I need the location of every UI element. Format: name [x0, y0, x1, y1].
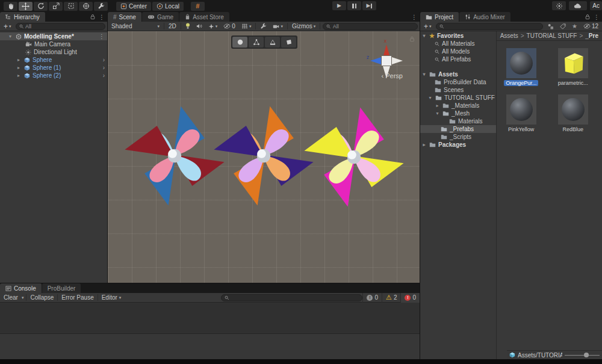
- tree-item-assets[interactable]: ▾ Assets: [420, 70, 496, 78]
- hand-tool-button[interactable]: [4, 2, 17, 11]
- pause-button[interactable]: [347, 1, 361, 10]
- error-filter-button[interactable]: ! 0: [400, 293, 420, 303]
- rect-tool-button[interactable]: [64, 2, 78, 11]
- pb-object-mode-button[interactable]: [232, 37, 247, 48]
- kebab-menu-icon[interactable]: ⋮: [594, 14, 600, 20]
- foldout-closed-icon[interactable]: ▸: [16, 57, 22, 63]
- pinwheel-orange-purple[interactable]: [212, 104, 315, 208]
- thumbnail-size-slider[interactable]: [565, 355, 600, 356]
- prefab-chevron-icon[interactable]: ›: [103, 64, 105, 71]
- hierarchy-item-sphere[interactable]: ▸ Sphere ›: [0, 56, 107, 64]
- tree-item-favorites[interactable]: ▾ ★ Favorites: [420, 32, 496, 40]
- activity-button[interactable]: [552, 1, 566, 10]
- kebab-menu-icon[interactable]: ⋮: [411, 14, 417, 20]
- foldout-open-icon[interactable]: ▾: [435, 111, 440, 116]
- 2d-toggle-button[interactable]: 2D: [167, 22, 178, 31]
- gizmo-z-axis-cone[interactable]: [370, 57, 381, 64]
- tree-item-prefabs-folder[interactable]: _Prefabs: [420, 125, 496, 133]
- tree-item-scenes[interactable]: Scenes: [420, 86, 496, 94]
- audio-toggle-button[interactable]: [194, 22, 204, 31]
- scene-search[interactable]: [323, 23, 418, 30]
- project-add-button[interactable]: + ▾: [422, 22, 433, 31]
- breadcrumb-assets[interactable]: Assets: [500, 32, 518, 39]
- perspective-toggle[interactable]: ‹ Persp: [382, 72, 403, 79]
- lock-icon[interactable]: [585, 14, 590, 20]
- hierarchy-add-button[interactable]: + ▾: [2, 22, 13, 31]
- tree-item-all-models[interactable]: All Models: [420, 48, 496, 55]
- pb-face-mode-button[interactable]: [281, 37, 296, 48]
- tree-item-packages[interactable]: ▸ Packages: [420, 141, 496, 149]
- hierarchy-scene-row[interactable]: ▾ Modelling Scene* ⋮: [0, 32, 107, 40]
- search-by-label-button[interactable]: [558, 22, 568, 31]
- tab-hierarchy[interactable]: Hierarchy: [0, 12, 46, 22]
- info-filter-button[interactable]: ! 0: [362, 293, 382, 303]
- console-detail-pane[interactable]: [0, 333, 420, 359]
- scene-tools-button[interactable]: [258, 22, 268, 31]
- tab-game[interactable]: Game: [142, 12, 179, 22]
- foldout-closed-icon[interactable]: ▸: [421, 142, 427, 147]
- tab-console[interactable]: Console: [0, 283, 42, 293]
- pb-edge-mode-button[interactable]: [265, 37, 280, 48]
- foldout-open-icon[interactable]: ▾: [421, 72, 427, 77]
- foldout-closed-icon[interactable]: ▸: [435, 103, 440, 108]
- foldout-closed-icon[interactable]: ▸: [16, 73, 22, 78]
- asset-item-orangepur[interactable]: OrangePur...: [503, 48, 540, 86]
- favorites-filter-button[interactable]: ★: [570, 22, 579, 31]
- gizmo-lock-icon[interactable]: [409, 36, 415, 42]
- prefab-chevron-icon[interactable]: ›: [103, 72, 105, 79]
- orientation-mode-button[interactable]: Local: [152, 2, 184, 11]
- asset-item-redblue[interactable]: RedBlue: [554, 94, 592, 132]
- grid-snap-button[interactable]: #: [191, 2, 205, 11]
- kebab-menu-icon[interactable]: ⋮: [99, 14, 105, 20]
- slider-knob[interactable]: [584, 353, 589, 357]
- search-by-type-button[interactable]: [545, 22, 556, 31]
- console-log-list[interactable]: [0, 303, 420, 333]
- gizmo-center-cube[interactable]: [382, 56, 391, 66]
- scale-tool-button[interactable]: [49, 2, 63, 11]
- hierarchy-search-input[interactable]: [25, 23, 102, 29]
- tab-project[interactable]: Project: [420, 12, 459, 22]
- foldout-open-icon[interactable]: ▾: [427, 95, 433, 100]
- console-search[interactable]: [221, 294, 362, 301]
- breadcrumb-tutorial-stuff[interactable]: TUTORIAL STUFF: [527, 32, 577, 39]
- rotate-tool-button[interactable]: [34, 2, 48, 11]
- tab-probuilder[interactable]: ProBuilder: [42, 283, 82, 293]
- project-search-input[interactable]: [445, 23, 539, 29]
- clear-dropdown-button[interactable]: ▾: [19, 293, 26, 303]
- foldout-open-icon[interactable]: ▾: [421, 33, 427, 39]
- tree-item-mesh-folder[interactable]: ▾ _Mesh: [420, 110, 496, 117]
- prefab-chevron-icon[interactable]: ›: [103, 57, 105, 63]
- transform-tool-button[interactable]: [79, 2, 93, 11]
- scene-kebab-icon[interactable]: ⋮: [99, 33, 105, 40]
- pinwheel-red-blue[interactable]: [123, 104, 226, 208]
- warning-filter-button[interactable]: ⚠ 2: [382, 293, 400, 303]
- cloud-button[interactable]: [569, 1, 587, 10]
- hierarchy-search[interactable]: [16, 23, 105, 30]
- move-tool-button[interactable]: [19, 2, 33, 11]
- camera-settings-dropdown[interactable]: ▾: [271, 22, 285, 31]
- gizmo-axis-cone[interactable]: [392, 57, 403, 64]
- tree-item-materials-folder[interactable]: ▸ _Materials: [420, 102, 496, 110]
- hierarchy-item-sphere-1[interactable]: ▸ Sphere (1) ›: [0, 64, 107, 72]
- tree-item-tutorial-stuff[interactable]: ▾ TUTORIAL STUFF: [420, 94, 496, 102]
- shading-mode-dropdown[interactable]: Shaded ▾: [110, 22, 161, 31]
- lock-icon[interactable]: [90, 14, 95, 20]
- project-visibility-button[interactable]: 12: [582, 22, 600, 31]
- step-button[interactable]: ▶: [362, 1, 376, 10]
- breadcrumb-prefabs[interactable]: _Pre: [585, 32, 598, 39]
- tab-audio-mixer[interactable]: Audio Mixer: [459, 12, 511, 22]
- tree-item-all-prefabs[interactable]: All Prefabs: [420, 55, 496, 63]
- scene-search-input[interactable]: [333, 23, 414, 29]
- gizmo-x-axis-cone[interactable]: [383, 45, 389, 55]
- tab-asset-store[interactable]: Asset Store: [179, 12, 230, 22]
- custom-tool-button[interactable]: [94, 2, 108, 11]
- console-search-input[interactable]: [231, 295, 359, 301]
- tree-item-probuilder-data[interactable]: ProBuilder Data: [420, 78, 496, 86]
- hierarchy-item-sphere-2[interactable]: ▸ Sphere (2) ›: [0, 72, 107, 79]
- scene-viewport[interactable]: x z ‹ Persp: [108, 31, 420, 283]
- foldout-open-icon[interactable]: ▾: [7, 34, 13, 39]
- foldout-closed-icon[interactable]: ▸: [16, 65, 22, 70]
- grid-visibility-dropdown[interactable]: ▾: [240, 22, 253, 31]
- collapse-button[interactable]: Collapse: [26, 293, 57, 303]
- tab-scene[interactable]: # Scene: [108, 12, 142, 22]
